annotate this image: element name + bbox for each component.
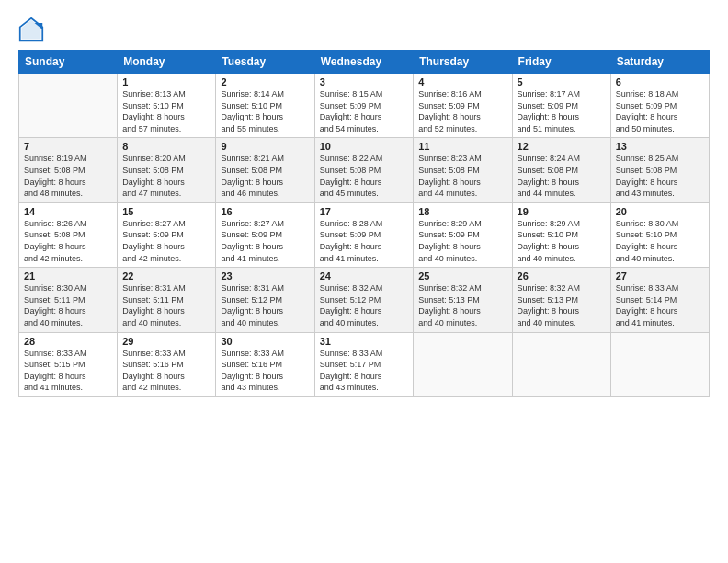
calendar-cell: 16Sunrise: 8:27 AM Sunset: 5:09 PM Dayli… [216,202,314,267]
day-info: Sunrise: 8:16 AM Sunset: 5:09 PM Dayligh… [418,88,506,134]
day-number: 21 [24,270,112,282]
calendar-cell [512,332,610,396]
day-number: 19 [518,206,606,217]
logo-icon [18,17,44,42]
day-number: 16 [221,206,309,217]
day-header-sunday: Sunday [19,51,118,74]
day-number: 26 [518,270,606,282]
day-number: 18 [418,206,506,217]
calendar-cell: 12Sunrise: 8:24 AM Sunset: 5:08 PM Dayli… [512,138,610,202]
page: SundayMondayTuesdayWednesdayThursdayFrid… [0,0,728,563]
day-info: Sunrise: 8:20 AM Sunset: 5:08 PM Dayligh… [122,153,210,199]
calendar-cell: 6Sunrise: 8:18 AM Sunset: 5:09 PM Daylig… [610,74,709,138]
week-row-5: 28Sunrise: 8:33 AM Sunset: 5:15 PM Dayli… [19,332,710,396]
day-info: Sunrise: 8:15 AM Sunset: 5:09 PM Dayligh… [320,88,409,134]
day-info: Sunrise: 8:27 AM Sunset: 5:09 PM Dayligh… [122,218,210,264]
day-info: Sunrise: 8:13 AM Sunset: 5:10 PM Dayligh… [122,88,210,134]
day-number: 25 [418,270,506,282]
calendar-cell: 21Sunrise: 8:30 AM Sunset: 5:11 PM Dayli… [19,268,118,332]
day-number: 11 [418,141,506,152]
calendar-cell: 11Sunrise: 8:23 AM Sunset: 5:08 PM Dayli… [414,138,512,202]
day-number: 9 [221,141,309,152]
calendar-cell: 13Sunrise: 8:25 AM Sunset: 5:08 PM Dayli… [610,138,709,202]
calendar-cell [414,332,512,396]
day-info: Sunrise: 8:33 AM Sunset: 5:15 PM Dayligh… [24,348,112,394]
day-header-tuesday: Tuesday [216,51,314,74]
week-row-3: 14Sunrise: 8:26 AM Sunset: 5:08 PM Dayli… [19,202,710,267]
day-info: Sunrise: 8:24 AM Sunset: 5:08 PM Dayligh… [518,153,606,199]
day-header-wednesday: Wednesday [314,51,414,74]
day-info: Sunrise: 8:33 AM Sunset: 5:17 PM Dayligh… [320,348,409,394]
calendar-cell [610,332,709,396]
day-number: 22 [122,270,210,282]
day-info: Sunrise: 8:21 AM Sunset: 5:08 PM Dayligh… [221,153,309,199]
day-info: Sunrise: 8:14 AM Sunset: 5:10 PM Dayligh… [221,88,309,134]
calendar-cell: 5Sunrise: 8:17 AM Sunset: 5:09 PM Daylig… [512,74,610,138]
calendar-cell: 14Sunrise: 8:26 AM Sunset: 5:08 PM Dayli… [19,202,118,267]
calendar-cell: 4Sunrise: 8:16 AM Sunset: 5:09 PM Daylig… [414,74,512,138]
calendar-cell: 2Sunrise: 8:14 AM Sunset: 5:10 PM Daylig… [216,74,314,138]
day-info: Sunrise: 8:29 AM Sunset: 5:09 PM Dayligh… [418,218,506,264]
day-info: Sunrise: 8:19 AM Sunset: 5:08 PM Dayligh… [24,153,112,199]
day-info: Sunrise: 8:33 AM Sunset: 5:16 PM Dayligh… [122,348,210,394]
day-number: 15 [122,206,210,217]
day-number: 12 [518,141,606,152]
calendar: SundayMondayTuesdayWednesdayThursdayFrid… [18,50,710,397]
calendar-cell: 22Sunrise: 8:31 AM Sunset: 5:11 PM Dayli… [118,268,216,332]
header [18,17,710,42]
day-number: 30 [221,336,309,347]
day-number: 4 [418,76,506,87]
calendar-cell: 31Sunrise: 8:33 AM Sunset: 5:17 PM Dayli… [314,332,414,396]
day-info: Sunrise: 8:25 AM Sunset: 5:08 PM Dayligh… [616,153,704,199]
day-number: 20 [616,206,704,217]
day-number: 10 [320,141,409,152]
day-info: Sunrise: 8:32 AM Sunset: 5:13 PM Dayligh… [518,282,606,328]
day-info: Sunrise: 8:30 AM Sunset: 5:10 PM Dayligh… [616,218,704,264]
calendar-cell: 18Sunrise: 8:29 AM Sunset: 5:09 PM Dayli… [414,202,512,267]
calendar-cell: 23Sunrise: 8:31 AM Sunset: 5:12 PM Dayli… [216,268,314,332]
calendar-cell: 1Sunrise: 8:13 AM Sunset: 5:10 PM Daylig… [118,74,216,138]
day-number: 24 [320,270,409,282]
day-number: 28 [24,336,112,347]
logo [18,17,48,42]
day-header-monday: Monday [118,51,216,74]
day-number: 7 [24,141,112,152]
day-info: Sunrise: 8:27 AM Sunset: 5:09 PM Dayligh… [221,218,309,264]
day-number: 27 [616,270,704,282]
day-info: Sunrise: 8:26 AM Sunset: 5:08 PM Dayligh… [24,218,112,264]
calendar-cell: 9Sunrise: 8:21 AM Sunset: 5:08 PM Daylig… [216,138,314,202]
day-info: Sunrise: 8:22 AM Sunset: 5:08 PM Dayligh… [320,153,409,199]
day-number: 3 [320,76,409,87]
day-number: 13 [616,141,704,152]
day-info: Sunrise: 8:33 AM Sunset: 5:14 PM Dayligh… [616,282,704,328]
calendar-cell: 17Sunrise: 8:28 AM Sunset: 5:09 PM Dayli… [314,202,414,267]
calendar-cell: 28Sunrise: 8:33 AM Sunset: 5:15 PM Dayli… [19,332,118,396]
day-number: 5 [518,76,606,87]
calendar-cell: 10Sunrise: 8:22 AM Sunset: 5:08 PM Dayli… [314,138,414,202]
day-number: 31 [320,336,409,347]
calendar-cell: 30Sunrise: 8:33 AM Sunset: 5:16 PM Dayli… [216,332,314,396]
day-number: 6 [616,76,704,87]
day-info: Sunrise: 8:33 AM Sunset: 5:16 PM Dayligh… [221,348,309,394]
day-info: Sunrise: 8:30 AM Sunset: 5:11 PM Dayligh… [24,282,112,328]
calendar-cell: 15Sunrise: 8:27 AM Sunset: 5:09 PM Dayli… [118,202,216,267]
day-number: 17 [320,206,409,217]
day-number: 2 [221,76,309,87]
day-info: Sunrise: 8:31 AM Sunset: 5:12 PM Dayligh… [221,282,309,328]
day-number: 14 [24,206,112,217]
day-header-saturday: Saturday [610,51,709,74]
day-header-thursday: Thursday [414,51,512,74]
day-info: Sunrise: 8:32 AM Sunset: 5:12 PM Dayligh… [320,282,409,328]
header-row: SundayMondayTuesdayWednesdayThursdayFrid… [19,51,710,74]
calendar-cell: 3Sunrise: 8:15 AM Sunset: 5:09 PM Daylig… [314,74,414,138]
day-info: Sunrise: 8:31 AM Sunset: 5:11 PM Dayligh… [122,282,210,328]
calendar-cell: 25Sunrise: 8:32 AM Sunset: 5:13 PM Dayli… [414,268,512,332]
week-row-1: 1Sunrise: 8:13 AM Sunset: 5:10 PM Daylig… [19,74,710,138]
day-info: Sunrise: 8:23 AM Sunset: 5:08 PM Dayligh… [418,153,506,199]
calendar-cell: 27Sunrise: 8:33 AM Sunset: 5:14 PM Dayli… [610,268,709,332]
week-row-2: 7Sunrise: 8:19 AM Sunset: 5:08 PM Daylig… [19,138,710,202]
calendar-cell: 20Sunrise: 8:30 AM Sunset: 5:10 PM Dayli… [610,202,709,267]
day-info: Sunrise: 8:28 AM Sunset: 5:09 PM Dayligh… [320,218,409,264]
calendar-cell [19,74,118,138]
day-number: 23 [221,270,309,282]
